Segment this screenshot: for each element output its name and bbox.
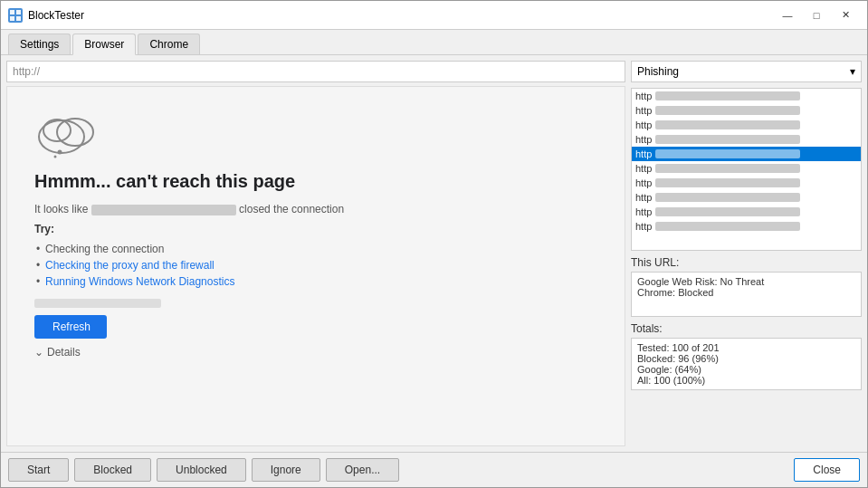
title-buttons: — □ ✕	[773, 6, 860, 24]
totals-tested: Tested: 100 of 201	[637, 342, 855, 353]
title-bar: BlockTester — □ ✕	[1, 1, 867, 30]
svg-point-8	[54, 156, 57, 158]
blurred-line-1	[34, 299, 161, 308]
this-url-label: This URL:	[631, 256, 862, 269]
error-icon	[34, 105, 597, 162]
dropdown-chevron-icon: ▾	[850, 65, 855, 78]
open-button[interactable]: Open...	[326, 458, 399, 482]
url-prefix: http	[635, 91, 652, 101]
error-description: It looks like closed the connection	[34, 203, 597, 215]
suggestion-3[interactable]: Running Windows Network Diagnostics	[34, 273, 597, 290]
suggestion-list: Checking the connection Checking the pro…	[34, 241, 597, 290]
network-diagnostics-link[interactable]: Running Windows Network Diagnostics	[45, 275, 234, 288]
url-list-item[interactable]: http	[632, 176, 861, 190]
svg-rect-1	[16, 10, 21, 14]
url-info-box: Google Web Risk: No Threat Chrome: Block…	[631, 272, 862, 317]
url-list-item[interactable]: http	[632, 190, 861, 205]
tab-settings[interactable]: Settings	[8, 33, 71, 54]
window-title: BlockTester	[28, 9, 84, 22]
category-selected: Phishing	[637, 65, 679, 78]
ignore-button[interactable]: Ignore	[252, 458, 320, 482]
chevron-down-icon: ⌄	[34, 346, 43, 359]
blocked-button[interactable]: Blocked	[74, 458, 151, 482]
totals-all: All: 100 (100%)	[637, 375, 855, 386]
details-toggle[interactable]: ⌄ Details	[34, 346, 597, 359]
totals-blocked: Blocked: 96 (96%)	[637, 353, 855, 364]
bottom-bar: Start Blocked Unblocked Ignore Open... C…	[1, 452, 867, 487]
svg-rect-3	[16, 16, 21, 21]
bottom-left: Start Blocked Unblocked Ignore Open...	[8, 458, 399, 482]
suggestion-2[interactable]: Checking the proxy and the firewall	[34, 257, 597, 273]
maximize-button[interactable]: □	[802, 6, 831, 24]
url-list-item[interactable]: http	[632, 205, 861, 219]
tab-browser[interactable]: Browser	[72, 33, 136, 55]
close-button[interactable]: Close	[794, 458, 860, 482]
url-list-item[interactable]: http	[632, 118, 861, 132]
url-list-item[interactable]: http	[632, 132, 861, 147]
unblocked-button[interactable]: Unblocked	[157, 458, 246, 482]
svg-rect-0	[10, 10, 14, 14]
bottom-right: Close	[794, 458, 860, 482]
app-icon	[8, 8, 23, 23]
totals-google: Google: (64%)	[637, 364, 855, 375]
proxy-firewall-link[interactable]: Checking the proxy and the firewall	[45, 259, 215, 272]
url-list-item-selected[interactable]: http	[632, 147, 861, 161]
error-title: Hmmm... can't reach this page	[34, 171, 597, 192]
url-input[interactable]	[6, 61, 625, 82]
title-bar-left: BlockTester	[8, 8, 84, 23]
url-list-item[interactable]: http	[632, 103, 861, 118]
suggestion-1: Checking the connection	[34, 241, 597, 257]
url-blurred-text	[655, 91, 800, 100]
svg-point-7	[58, 150, 62, 155]
main-window: BlockTester — □ ✕ Settings Browser Chrom…	[0, 0, 868, 488]
url-list-item[interactable]: http	[632, 161, 861, 176]
this-url-section: This URL: Google Web Risk: No Threat Chr…	[631, 256, 862, 317]
close-window-button[interactable]: ✕	[831, 6, 860, 24]
tabs-bar: Settings Browser Chrome	[1, 30, 867, 55]
left-panel: Hmmm... can't reach this page It looks l…	[6, 61, 625, 446]
browser-content: Hmmm... can't reach this page It looks l…	[6, 86, 625, 446]
cloud-svg	[34, 105, 107, 159]
main-content: Hmmm... can't reach this page It looks l…	[1, 55, 867, 452]
url-list[interactable]: http http http http http	[631, 88, 862, 251]
url-list-item[interactable]: http	[632, 89, 861, 103]
category-dropdown[interactable]: Phishing ▾	[631, 61, 862, 82]
url-info-line1: Google Web Risk: No Threat	[637, 276, 855, 287]
svg-rect-2	[10, 16, 14, 21]
totals-section: Totals: Tested: 100 of 201 Blocked: 96 (…	[631, 322, 862, 390]
refresh-button[interactable]: Refresh	[34, 315, 107, 339]
url-list-item[interactable]: http	[632, 219, 861, 234]
start-button[interactable]: Start	[8, 458, 69, 482]
minimize-button[interactable]: —	[773, 6, 802, 24]
tab-chrome[interactable]: Chrome	[138, 33, 200, 54]
totals-label: Totals:	[631, 322, 862, 335]
try-label: Try:	[34, 223, 597, 235]
totals-box: Tested: 100 of 201 Blocked: 96 (96%) Goo…	[631, 338, 862, 390]
right-panel: Phishing ▾ http http http http	[631, 61, 862, 446]
url-info-line2: Chrome: Blocked	[637, 287, 855, 298]
